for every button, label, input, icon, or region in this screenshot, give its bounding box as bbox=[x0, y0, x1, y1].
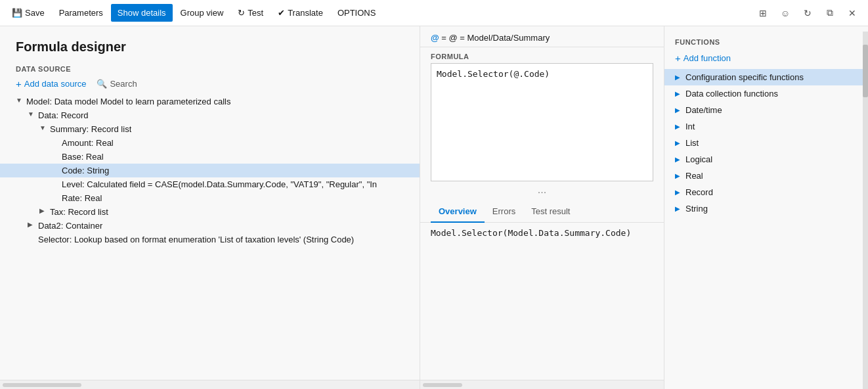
mid-panel: @ = @ = Model/Data/Summary FORMULA Model… bbox=[420, 26, 664, 389]
save-button[interactable]: 💾 Save bbox=[5, 4, 51, 22]
mid-bottom-scrollbar[interactable] bbox=[420, 380, 664, 389]
function-chevron-record: ▶ bbox=[675, 189, 685, 196]
page-title: Formula designer bbox=[0, 26, 420, 60]
tree-item-tax[interactable]: ▶Tax: Record list bbox=[0, 205, 420, 219]
tree-chevron-summary: ▼ bbox=[39, 124, 49, 131]
formula-path: @ = @ = Model/Data/Summary bbox=[431, 33, 550, 43]
scroll-track bbox=[3, 383, 81, 387]
function-chevron-string: ▶ bbox=[675, 205, 685, 212]
tab-test-result[interactable]: Test result bbox=[523, 201, 578, 223]
function-chevron-list: ▶ bbox=[675, 139, 685, 147]
function-label-datetime: Date/time bbox=[685, 105, 722, 115]
tree-label-summary: Summary: Record list bbox=[50, 124, 131, 134]
function-item-record[interactable]: ▶Record bbox=[664, 184, 868, 200]
tree-item-rate[interactable]: Rate: Real bbox=[0, 191, 420, 205]
plus-icon: + bbox=[16, 78, 22, 89]
tree-item-model[interactable]: ▼Model: Data model Model to learn parame… bbox=[0, 95, 420, 108]
tree-chevron-tax: ▶ bbox=[39, 207, 49, 214]
main-area: Formula designer DATA SOURCE + Add data … bbox=[0, 26, 868, 389]
tab-overview[interactable]: Overview bbox=[431, 201, 485, 223]
grid-icon-button[interactable]: ⊞ bbox=[752, 3, 773, 24]
tree-item-summary[interactable]: ▼Summary: Record list bbox=[0, 122, 420, 136]
tree-label-tax: Tax: Record list bbox=[50, 207, 108, 217]
test-button[interactable]: ↻ Test bbox=[231, 4, 270, 22]
function-chevron-real: ▶ bbox=[675, 172, 685, 179]
refresh-icon: ↻ bbox=[238, 8, 245, 18]
tree-item-base[interactable]: Base: Real bbox=[0, 150, 420, 164]
bottom-scrollbar[interactable] bbox=[0, 380, 420, 389]
add-data-source-link[interactable]: + Add data source bbox=[16, 78, 86, 89]
function-label-real: Real bbox=[685, 171, 703, 181]
tree-item-data2[interactable]: ▶Data2: Container bbox=[0, 219, 420, 233]
tree-label-selector: Selector: Lookup based on format enumera… bbox=[38, 235, 354, 244]
tree-label-level: Level: Calculated field = CASE(model.Dat… bbox=[62, 179, 377, 189]
data-source-label: DATA SOURCE bbox=[0, 60, 420, 76]
function-chevron-logical: ▶ bbox=[675, 156, 685, 163]
data-source-toolbar: + Add data source 🔍 Search bbox=[0, 76, 420, 92]
window-icon-button[interactable]: ⧉ bbox=[819, 3, 840, 24]
tree-label-amount: Amount: Real bbox=[62, 138, 114, 148]
search-icon: 🔍 bbox=[97, 79, 107, 89]
functions-header: FUNCTIONS bbox=[664, 26, 868, 50]
tree-label-data: Data: Record bbox=[38, 110, 89, 120]
plus-icon: + bbox=[675, 53, 681, 64]
tree-label-code: Code: String bbox=[62, 166, 109, 175]
tree-label-base: Base: Real bbox=[62, 152, 104, 162]
tree-label-rate: Rate: Real bbox=[62, 193, 102, 203]
function-item-logical[interactable]: ▶Logical bbox=[664, 151, 868, 168]
function-chevron-config: ▶ bbox=[675, 74, 685, 81]
function-label-list: List bbox=[685, 138, 699, 148]
close-button[interactable]: ✕ bbox=[842, 3, 863, 24]
function-chevron-int: ▶ bbox=[675, 123, 685, 130]
formula-path-row: @ = @ = Model/Data/Summary bbox=[420, 26, 664, 47]
save-icon: 💾 bbox=[12, 8, 22, 18]
user-icon-button[interactable]: ☺ bbox=[775, 3, 796, 24]
tree-item-level[interactable]: Level: Calculated field = CASE(model.Dat… bbox=[0, 177, 420, 191]
function-label-record: Record bbox=[685, 187, 713, 197]
function-item-real[interactable]: ▶Real bbox=[664, 168, 868, 184]
function-label-logical: Logical bbox=[685, 154, 712, 164]
function-item-list[interactable]: ▶List bbox=[664, 135, 868, 151]
tree-item-selector[interactable]: Selector: Lookup based on format enumera… bbox=[0, 233, 420, 246]
tree-chevron-data: ▼ bbox=[28, 110, 37, 118]
tree-item-data[interactable]: ▼Data: Record bbox=[0, 108, 420, 122]
parameters-button[interactable]: Parameters bbox=[53, 4, 110, 22]
right-panel: FUNCTIONS + Add function ▶Configuration … bbox=[664, 26, 868, 389]
function-item-config[interactable]: ▶Configuration specific functions bbox=[664, 69, 868, 85]
data-source-tree: ▼Model: Data model Model to learn parame… bbox=[0, 92, 420, 380]
more-indicator: ... bbox=[420, 181, 664, 198]
options-button[interactable]: OPTIONS bbox=[331, 4, 383, 22]
tab-errors[interactable]: Errors bbox=[485, 201, 523, 223]
function-item-datacoll[interactable]: ▶Data collection functions bbox=[664, 85, 868, 102]
mid-scroll-track bbox=[423, 383, 462, 387]
titlebar: 💾 Save Parameters Show details Group vie… bbox=[0, 0, 868, 26]
function-chevron-datetime: ▶ bbox=[675, 106, 685, 114]
function-item-datetime[interactable]: ▶Date/time bbox=[664, 102, 868, 118]
translate-icon: ✔ bbox=[278, 8, 285, 18]
group-view-button[interactable]: Group view bbox=[174, 4, 230, 22]
tree-item-code[interactable]: Code: String bbox=[0, 164, 420, 177]
result-area: Model.Selector(Model.Data.Summary.Code) bbox=[420, 223, 664, 380]
function-label-int: Int bbox=[685, 122, 695, 131]
left-panel: Formula designer DATA SOURCE + Add data … bbox=[0, 26, 420, 389]
function-label-datacoll: Data collection functions bbox=[685, 89, 778, 99]
function-item-string[interactable]: ▶String bbox=[664, 200, 868, 217]
add-function-link[interactable]: + Add function bbox=[664, 50, 868, 69]
search-box[interactable]: 🔍 Search bbox=[97, 79, 137, 89]
formula-editor[interactable]: Model.Selector(@.Code) bbox=[431, 63, 653, 181]
function-chevron-datacoll: ▶ bbox=[675, 90, 685, 97]
refresh-icon-button[interactable]: ↻ bbox=[797, 3, 818, 24]
result-text: Model.Selector(Model.Data.Summary.Code) bbox=[431, 228, 653, 238]
function-item-int[interactable]: ▶Int bbox=[664, 118, 868, 135]
tree-label-model: Model: Data model Model to learn paramet… bbox=[26, 97, 230, 106]
functions-list: ▶Configuration specific functions▶Data c… bbox=[664, 69, 868, 389]
formula-label: FORMULA bbox=[420, 47, 664, 63]
tree-label-data2: Data2: Container bbox=[38, 221, 102, 231]
translate-button[interactable]: ✔ Translate bbox=[271, 4, 330, 22]
tree-item-amount[interactable]: Amount: Real bbox=[0, 136, 420, 150]
show-details-button[interactable]: Show details bbox=[111, 4, 173, 22]
tree-chevron-model: ▼ bbox=[16, 97, 25, 104]
scrollbar-thumb bbox=[863, 45, 868, 97]
vertical-scrollbar[interactable] bbox=[863, 32, 868, 389]
function-label-string: String bbox=[685, 204, 708, 214]
